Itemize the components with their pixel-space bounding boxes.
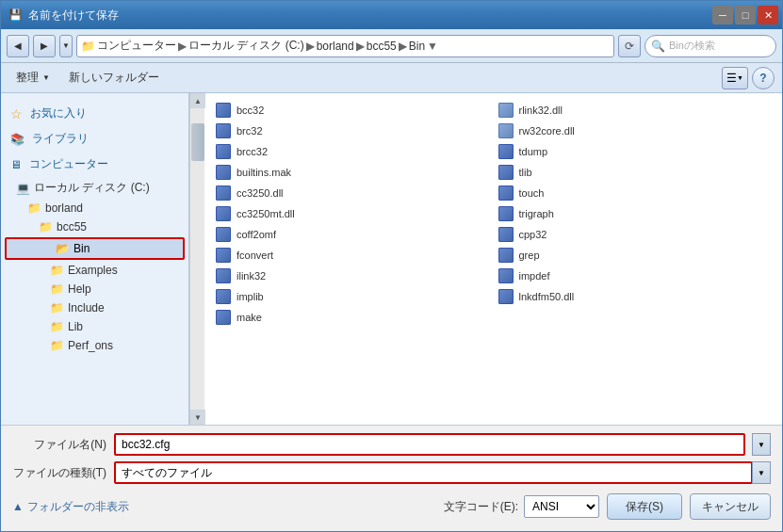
- filetype-dropdown-button[interactable]: ▼: [752, 461, 771, 484]
- filename-input[interactable]: [114, 433, 745, 456]
- file-icon: [498, 227, 514, 242]
- list-item[interactable]: tlib: [495, 163, 775, 182]
- filename-dropdown-button[interactable]: ▼: [752, 433, 771, 456]
- help-button[interactable]: ?: [752, 67, 775, 89]
- search-box[interactable]: 🔍 Binの検索: [644, 35, 776, 57]
- sidebar-item-favorites[interactable]: ☆ お気に入り: [1, 101, 188, 126]
- back-button[interactable]: ◀: [7, 35, 29, 57]
- encoding-select[interactable]: ANSI UTF-8 UTF-16: [524, 495, 599, 518]
- view-dropdown-icon: ▼: [737, 74, 743, 81]
- list-item[interactable]: fconvert: [212, 246, 493, 265]
- file-icon: [498, 185, 514, 201]
- tree-item-examples[interactable]: 📁 Examples: [1, 261, 188, 280]
- address-path[interactable]: 📁 コンピューター ▶ ローカル ディスク (C:) ▶ borland ▶ b…: [76, 35, 614, 57]
- file-name: cc3250mt.dll: [237, 208, 295, 219]
- list-item[interactable]: brc32: [212, 121, 493, 140]
- file-name: tlib: [519, 167, 532, 178]
- toolbar-right: ☰ ▼ ?: [722, 67, 775, 89]
- folder-icon-examples: 📁: [50, 264, 64, 277]
- filetype-input[interactable]: [114, 461, 753, 484]
- cancel-button[interactable]: キャンセル: [690, 493, 771, 520]
- folder-icon-borland: 📁: [27, 202, 41, 215]
- file-name: implib: [237, 291, 264, 302]
- file-name: rw32core.dll: [519, 125, 575, 137]
- tree-item-perflogs[interactable]: 📁 Perf_ons: [1, 336, 188, 355]
- list-item[interactable]: rlink32.dll: [495, 101, 775, 120]
- titlebar-icon: 💾: [8, 8, 23, 22]
- file-icon: [216, 248, 231, 263]
- list-item[interactable]: coff2omf: [212, 225, 493, 244]
- list-item[interactable]: brcc32: [212, 142, 493, 161]
- file-list: bcc32 rlink32.dll brc32 rw32core.dll brc…: [204, 93, 782, 425]
- path-sep-5: ▼: [427, 40, 438, 53]
- list-item[interactable]: bcc32: [212, 101, 493, 120]
- toolbar: 整理 ▼ 新しいフォルダー ☰ ▼ ?: [1, 63, 782, 93]
- scroll-thumb[interactable]: [191, 123, 204, 161]
- library-label: ライブラリ: [32, 131, 89, 147]
- list-item[interactable]: ilink32: [212, 266, 493, 285]
- tree-label-help: Help: [68, 282, 91, 296]
- list-item[interactable]: cc3250mt.dll: [212, 204, 493, 223]
- refresh-button[interactable]: ⟳: [618, 35, 641, 57]
- file-icon: [216, 123, 231, 138]
- titlebar-title: 💾 名前を付けて保存: [8, 8, 119, 24]
- close-button[interactable]: ✕: [758, 6, 778, 24]
- sidebar-scrollbar[interactable]: ▲ ▼: [189, 93, 204, 425]
- list-item[interactable]: cc3250.dll: [212, 184, 493, 202]
- file-name: builtins.mak: [237, 167, 291, 178]
- sidebar-item-library[interactable]: 📚 ライブラリ: [1, 126, 188, 152]
- computer-label: コンピューター: [29, 156, 108, 172]
- list-item[interactable]: implib: [212, 287, 493, 306]
- organize-button[interactable]: 整理 ▼: [8, 67, 57, 89]
- list-item[interactable]: lnkdfm50.dll: [495, 287, 775, 306]
- tree-item-borland[interactable]: 📁 borland: [1, 199, 188, 218]
- list-item[interactable]: rw32core.dll: [495, 121, 775, 140]
- tree-item-include[interactable]: 📁 Include: [1, 298, 188, 317]
- tree-label-bcc55: bcc55: [57, 220, 87, 234]
- tree-item-bin[interactable]: 📂 Bin: [5, 237, 185, 260]
- titlebar-text: 名前を付けて保存: [28, 8, 119, 24]
- tree-label-local-disk: ローカル ディスク (C:): [34, 180, 150, 196]
- list-item[interactable]: impdef: [495, 266, 775, 285]
- file-icon: [216, 289, 231, 304]
- new-folder-button[interactable]: 新しいフォルダー: [61, 67, 167, 89]
- file-icon: [216, 206, 231, 221]
- path-segment-3: borland: [317, 40, 354, 53]
- list-item[interactable]: trigraph: [495, 204, 775, 223]
- scroll-up-button[interactable]: ▲: [190, 93, 205, 108]
- encoding-area: 文字コード(E): ANSI UTF-8 UTF-16: [444, 495, 599, 518]
- tree-item-lib[interactable]: 📁 Lib: [1, 317, 188, 336]
- maximize-button[interactable]: □: [735, 6, 756, 24]
- file-icon: [216, 227, 231, 242]
- path-sep-1: ▶: [178, 40, 187, 53]
- list-item[interactable]: grep: [495, 246, 775, 265]
- save-button[interactable]: 保存(S): [607, 493, 682, 520]
- tree-item-help[interactable]: 📁 Help: [1, 280, 188, 298]
- tree-item-bcc55[interactable]: 📁 bcc55: [1, 218, 188, 236]
- view-button[interactable]: ☰ ▼: [722, 67, 748, 89]
- path-sep-3: ▶: [356, 40, 365, 53]
- file-name: cc3250.dll: [237, 187, 284, 199]
- list-item[interactable]: make: [212, 308, 493, 327]
- new-folder-label: 新しいフォルダー: [69, 70, 159, 86]
- forward-button[interactable]: ▶: [33, 35, 56, 57]
- scroll-down-button[interactable]: ▼: [190, 410, 205, 425]
- list-item[interactable]: builtins.mak: [212, 163, 493, 182]
- file-icon: [216, 185, 231, 201]
- nav-dropdown-button[interactable]: ▼: [59, 35, 73, 57]
- file-icon: [498, 144, 514, 159]
- file-icon: [498, 248, 514, 263]
- filename-label: ファイル名(N): [12, 437, 106, 453]
- list-item[interactable]: tdump: [495, 142, 775, 161]
- file-name: tdump: [519, 146, 548, 157]
- tree-label-lib: Lib: [68, 320, 83, 333]
- hide-folders-button[interactable]: ▲ フォルダーの非表示: [12, 499, 129, 515]
- sidebar-item-computer[interactable]: 🖥 コンピューター: [1, 152, 188, 177]
- list-item[interactable]: cpp32: [495, 225, 775, 244]
- list-item[interactable]: touch: [495, 184, 775, 202]
- minimize-button[interactable]: ─: [712, 6, 733, 24]
- drive-icon: 💻: [16, 182, 30, 195]
- file-icon: [498, 165, 514, 180]
- save-label: 保存(S): [626, 500, 663, 513]
- tree-item-local-disk[interactable]: 💻 ローカル ディスク (C:): [1, 177, 188, 199]
